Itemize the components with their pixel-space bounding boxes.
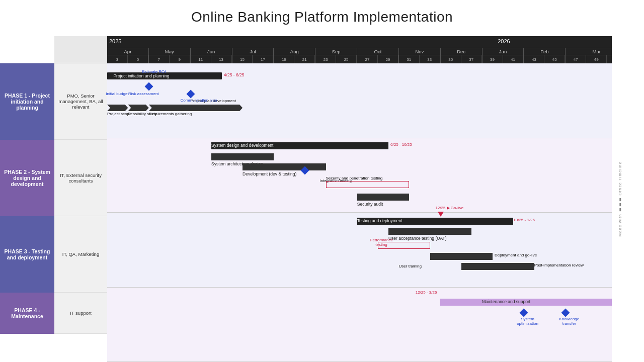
- phase3-label: PHASE 3 - Testing and deployment: [0, 216, 54, 293]
- label-user-training: User training: [399, 264, 422, 268]
- milestone-system-opt: [520, 308, 528, 317]
- phase-labels-column: PHASE 1 - Project initiation and plannin…: [0, 36, 54, 362]
- resource3: IT, QA, Marketing: [54, 216, 107, 293]
- milestone-label: Communication plan: [181, 98, 211, 103]
- timeline-header: 2025 2026 Apr35May79Jun1113Jul1517Aug192…: [107, 36, 628, 63]
- month-Oct: Oct2729: [357, 48, 399, 63]
- bar-label-project-initiation: Project initiation and planning: [113, 73, 169, 78]
- chevron-bar: [107, 105, 128, 111]
- watermark-text: Made with ▮▮▮ Office Timeline: [618, 161, 622, 237]
- week-row: Apr35May79Jun1113Jul1517Aug1921Sep2325Oc…: [107, 48, 628, 63]
- week-3: 3: [107, 55, 128, 63]
- phase1-label: PHASE 1 - Project initiation and plannin…: [0, 63, 54, 140]
- gantt-bar-p3: [430, 253, 493, 260]
- bar-label-p2: Security audit: [357, 202, 383, 207]
- week-49: 49: [586, 55, 607, 63]
- week-47: 47: [566, 55, 586, 63]
- chevron-bar: [191, 105, 243, 111]
- bar-label-p2: Development (dev & testing): [243, 171, 296, 176]
- label-go-live: 12/25 ▶ Go-live: [435, 206, 463, 210]
- annotation-label: Risk assessment: [128, 92, 156, 96]
- chart-area: 2025 2026 Apr35May79Jun1113Jul1517Aug192…: [107, 36, 628, 362]
- phase2-row: System design and development6/25 - 10/2…: [107, 138, 628, 213]
- week-33: 33: [420, 55, 440, 63]
- week-23: 23: [315, 55, 336, 63]
- label-deployment: Deployment and go-live: [495, 253, 537, 257]
- date-label-phase1: 4/25 - 6/25: [224, 72, 245, 77]
- week-43: 43: [524, 55, 544, 63]
- week-31: 31: [399, 55, 420, 63]
- week-5: 5: [128, 55, 148, 63]
- month-Jul: Jul1517: [232, 48, 274, 63]
- resource4: IT support: [54, 293, 107, 334]
- bar-label-p2: System design and development: [211, 143, 273, 148]
- resource2: IT, External security consultants: [54, 140, 107, 216]
- date-label-p2: 6/25 - 10/25: [390, 142, 412, 147]
- resource1: PMO, Senior management, BA, all relevant: [54, 63, 107, 140]
- milestone-diamond: [186, 90, 195, 99]
- phase2-label: PHASE 2 - System design and development: [0, 140, 54, 216]
- year-2026: 2026: [498, 38, 510, 44]
- milestone-label: Estimate ROI: [139, 69, 169, 74]
- month-Feb: Feb4345: [524, 48, 566, 63]
- bar-label-maintenance: Maintenance and support: [482, 299, 530, 304]
- week-17: 17: [253, 55, 273, 63]
- month-Jan: Jan3941: [482, 48, 524, 63]
- week-21: 21: [294, 55, 315, 63]
- phase3-row: Testing and deployment10/25 - 1/26User a…: [107, 213, 628, 288]
- gantt-bar-p2: [243, 163, 326, 170]
- week-7: 7: [149, 55, 170, 63]
- label-knowledge-transfer: Knowledge transfer: [555, 317, 583, 326]
- gantt-bar-p3: [461, 263, 534, 270]
- week-11: 11: [191, 55, 211, 63]
- label-security-penetration: Security and penetration testing: [326, 176, 383, 180]
- month-Apr: Apr35: [107, 48, 149, 63]
- gantt-bar-p3: [388, 228, 472, 235]
- bar-label-p3: Testing and deployment: [357, 218, 403, 223]
- phase1-row: Project initiation and planning4/25 - 6/…: [107, 63, 628, 138]
- week-9: 9: [170, 55, 190, 63]
- annotation-label: Initial budget: [103, 92, 131, 96]
- gantt-bar-p2: [211, 153, 274, 160]
- week-27: 27: [357, 55, 378, 63]
- watermark: Made with ▮▮▮ Office Timeline: [612, 36, 628, 362]
- milestone-knowledge-transfer: [561, 308, 570, 317]
- month-May: May79: [149, 48, 191, 63]
- chevron-label: Requirements gathering: [149, 112, 192, 116]
- year-row: 2025 2026: [107, 36, 628, 48]
- week-29: 29: [378, 55, 398, 63]
- bar-security-testing: [326, 181, 410, 188]
- week-15: 15: [232, 55, 253, 63]
- label-post-impl: Post-implementation review: [534, 263, 584, 267]
- chevron-bar: [128, 105, 148, 111]
- page-title: Online Banking Platform Implementation: [0, 0, 644, 30]
- week-35: 35: [441, 55, 461, 63]
- month-Nov: Nov3133: [399, 48, 441, 63]
- week-41: 41: [503, 55, 524, 63]
- label-system-opt: System optimization: [514, 317, 541, 326]
- year-2025: 2025: [109, 38, 121, 44]
- week-39: 39: [482, 55, 503, 63]
- resource-labels-column: PMO, Senior management, BA, all relevant…: [54, 36, 107, 362]
- month-Aug: Aug1921: [274, 48, 315, 63]
- milestone-diamond: [144, 82, 153, 91]
- month-Jun: Jun1113: [191, 48, 232, 63]
- phase4-label: PHASE 4 - Maintenance: [0, 293, 54, 334]
- week-37: 37: [461, 55, 482, 63]
- date-label-p4: 12/25 - 3/26: [416, 290, 437, 295]
- bar-label-p3: User acceptance testing (UAT): [388, 236, 447, 241]
- bar-maintenance: [440, 299, 628, 306]
- gantt-bar-p2: [357, 194, 410, 201]
- milestone-go-live: [438, 212, 444, 217]
- month-Sep: Sep2325: [315, 48, 357, 63]
- week-13: 13: [211, 55, 232, 63]
- phase4-row: Maintenance and support12/25 - 3/26Syste…: [107, 288, 628, 363]
- month-Dec: Dec3537: [441, 48, 482, 63]
- week-19: 19: [274, 55, 294, 63]
- week-25: 25: [336, 55, 357, 63]
- week-45: 45: [544, 55, 565, 63]
- date-label-p3: 10/25 - 1/26: [513, 218, 535, 222]
- label-performance-testing: Performance testing: [368, 238, 395, 247]
